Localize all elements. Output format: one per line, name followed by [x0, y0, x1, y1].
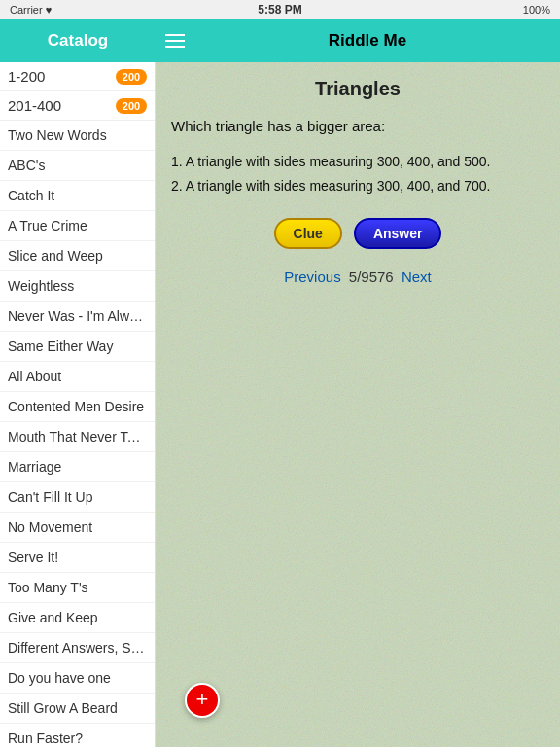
main-content: Triangles Which triangle has a bigger ar…	[156, 62, 560, 747]
sidebar-item[interactable]: ABC's	[0, 151, 155, 181]
time-label: 5:58 PM	[258, 3, 301, 17]
sidebar-item[interactable]: Mouth That Never Talks	[0, 422, 155, 452]
previous-link[interactable]: Previous	[284, 268, 340, 285]
sidebar-item[interactable]: Same Either Way	[0, 332, 155, 362]
section-label-201-400: 201-400	[8, 97, 61, 114]
body-container: 1-200 200 201-400 200 Two New WordsABC's…	[0, 62, 560, 747]
sidebar-item[interactable]: Still Grow A Beard	[0, 694, 155, 724]
riddle-title: Triangles	[171, 78, 544, 100]
sidebar: 1-200 200 201-400 200 Two New WordsABC's…	[0, 62, 156, 747]
sidebar-item[interactable]: Contented Men Desire	[0, 392, 155, 422]
sidebar-items-list: Two New WordsABC'sCatch ItA True CrimeSl…	[0, 121, 155, 747]
sidebar-section-1-200[interactable]: 1-200 200	[0, 62, 155, 91]
sidebar-item[interactable]: A True Crime	[0, 211, 155, 241]
page-info: 5/9576	[349, 268, 394, 285]
sidebar-item[interactable]: Weightless	[0, 271, 155, 302]
status-bar: Carrier ♥ 5:58 PM 100%	[0, 0, 560, 19]
sidebar-item[interactable]: Two New Words	[0, 121, 155, 151]
badge-1-200: 200	[116, 69, 147, 85]
sidebar-item[interactable]: No Movement	[0, 513, 155, 543]
sidebar-item[interactable]: Too Many T's	[0, 573, 155, 603]
sidebar-item[interactable]: Give and Keep	[0, 603, 155, 633]
riddle-option-1: 1. A triangle with sides measuring 300, …	[171, 150, 544, 174]
hamburger-button[interactable]	[165, 34, 185, 48]
sidebar-item[interactable]: Can't Fill It Up	[0, 482, 155, 513]
sidebar-item[interactable]: Do you have one	[0, 663, 155, 694]
header-catalog: Catalog	[0, 19, 156, 62]
add-button[interactable]: +	[185, 683, 220, 718]
header: Catalog Riddle Me	[0, 19, 560, 62]
catalog-title: Catalog	[48, 31, 108, 51]
riddle-option-2: 2. A triangle with sides measuring 300, …	[171, 174, 544, 198]
battery-label: 100%	[523, 4, 550, 16]
sidebar-item[interactable]: Run Faster?	[0, 724, 155, 747]
badge-201-400: 200	[116, 98, 147, 114]
riddle-navigation: Previous 5/9576 Next	[171, 268, 544, 285]
sidebar-item[interactable]: Never Was - I'm Always Co	[0, 302, 155, 332]
sidebar-item[interactable]: Slice and Weep	[0, 241, 155, 271]
sidebar-section-201-400[interactable]: 201-400 200	[0, 91, 155, 121]
sidebar-item[interactable]: Serve It!	[0, 543, 155, 573]
app-container: Catalog Riddle Me 1-200 200 201-400 200	[0, 19, 560, 747]
add-icon: +	[196, 689, 209, 710]
next-link[interactable]: Next	[402, 268, 432, 285]
sidebar-item[interactable]: Marriage	[0, 452, 155, 482]
riddle-options: 1. A triangle with sides measuring 300, …	[171, 150, 544, 198]
section-label-1-200: 1-200	[8, 68, 45, 85]
sidebar-item[interactable]: All About	[0, 362, 155, 392]
answer-button[interactable]: Answer	[354, 218, 442, 249]
app-title: Riddle Me	[185, 31, 550, 51]
carrier-label: Carrier ♥	[10, 4, 52, 16]
clue-button[interactable]: Clue	[274, 218, 342, 249]
riddle-question: Which triangle has a bigger area:	[171, 116, 544, 138]
riddle-buttons: Clue Answer	[171, 218, 544, 249]
sidebar-item[interactable]: Different Answers, Same ?'s	[0, 633, 155, 663]
header-right: Riddle Me	[156, 19, 560, 62]
sidebar-item[interactable]: Catch It	[0, 181, 155, 211]
